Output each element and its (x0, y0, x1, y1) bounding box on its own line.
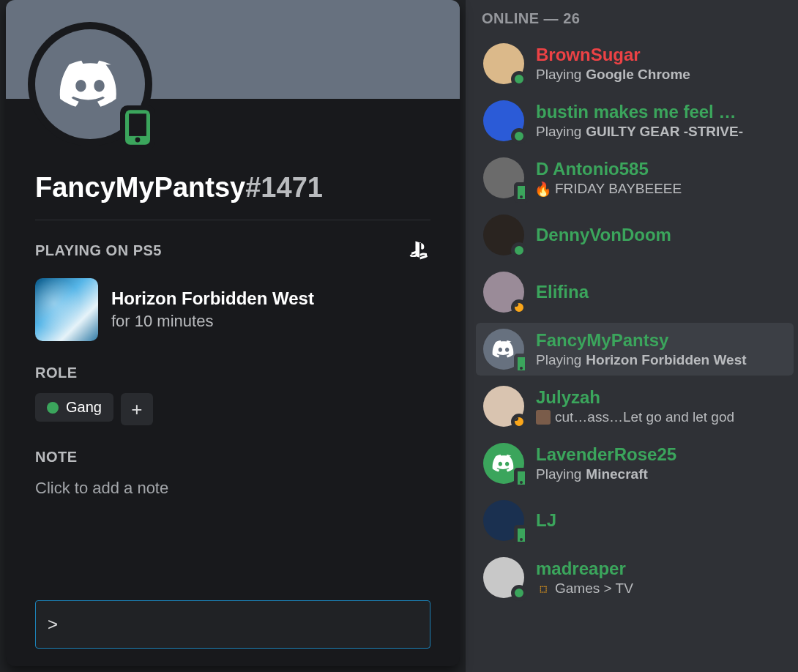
wasd-icon: ⬚ (536, 581, 551, 596)
role-header: ROLE (35, 365, 430, 381)
role-chip[interactable]: Gang (35, 393, 113, 422)
status-indicator (514, 468, 529, 488)
member-avatar (483, 500, 524, 541)
status-indicator (514, 354, 529, 374)
member-avatar (483, 386, 524, 427)
member-name: bustin makes me feel … (536, 102, 786, 122)
member-avatar (483, 157, 524, 198)
thumbnail-icon (536, 410, 551, 425)
member-name: DennyVonDoom (536, 225, 786, 245)
status-indicator (511, 242, 527, 258)
member-name: BrownSugar (536, 45, 786, 65)
member-avatar (483, 329, 524, 370)
member-row[interactable]: LavenderRose25Playing Minecraft (476, 437, 794, 490)
member-name: D Antonio585 (536, 159, 786, 179)
game-title: Horizon Forbidden West (111, 288, 314, 309)
member-avatar (483, 557, 524, 598)
role-section: ROLE Gang + (6, 348, 460, 433)
status-indicator (514, 525, 529, 545)
member-row[interactable]: D Antonio585🔥FRIDAY BAYBEEEE (476, 152, 794, 204)
member-row[interactable]: Elifina (476, 266, 794, 318)
mobile-status-icon (120, 105, 155, 149)
add-role-button[interactable]: + (121, 393, 153, 425)
member-row[interactable]: Julyzahcut…ass…Let go and let god (476, 380, 794, 433)
game-artwork (35, 278, 98, 341)
profile-avatar[interactable] (28, 22, 152, 146)
game-duration: for 10 minutes (111, 312, 314, 331)
playstation-icon (406, 236, 430, 265)
member-avatar (483, 43, 524, 84)
member-avatar (483, 443, 524, 484)
activity-section: PLAYING ON PS5 Horizon Forbidden West fo… (6, 220, 460, 348)
member-name: madreaper (536, 559, 786, 579)
note-input[interactable]: Click to add a note (35, 479, 430, 498)
member-activity: 🔥FRIDAY BAYBEEEE (536, 181, 786, 197)
member-row[interactable]: madreaper⬚Games > TV (476, 551, 794, 604)
member-activity: Playing Horizon Forbidden West (536, 352, 786, 368)
note-section: NOTE Click to add a note (6, 433, 460, 505)
status-indicator (511, 414, 527, 430)
member-row[interactable]: BrownSugarPlaying Google Chrome (476, 37, 794, 90)
status-indicator (511, 71, 527, 87)
member-list: ONLINE — 26 BrownSugarPlaying Google Chr… (466, 0, 798, 672)
status-indicator (511, 299, 527, 316)
member-name: Julyzah (536, 387, 786, 408)
member-activity: Playing Minecraft (536, 466, 786, 482)
member-row[interactable]: bustin makes me feel …Playing GUILTY GEA… (476, 94, 794, 147)
member-name: LavenderRose25 (536, 444, 786, 465)
status-indicator (511, 128, 527, 144)
member-row[interactable]: FancyMyPantsyPlaying Horizon Forbidden W… (476, 323, 794, 376)
svg-point-2 (135, 138, 141, 143)
member-row[interactable]: LJ (476, 494, 794, 547)
role-label: Gang (66, 399, 102, 416)
member-activity: ⬚Games > TV (536, 580, 786, 597)
role-color-dot (47, 402, 59, 414)
member-avatar (483, 272, 524, 313)
online-group-header: ONLINE — 26 (476, 7, 798, 37)
note-header: NOTE (35, 449, 430, 466)
username: FancyMyPantsy (35, 172, 245, 204)
svg-rect-1 (129, 113, 146, 136)
member-name: LJ (536, 510, 786, 531)
user-profile-popout: FancyMyPantsy#1471 PLAYING ON PS5 Horizo… (6, 0, 460, 666)
message-input[interactable] (35, 600, 430, 649)
member-row[interactable]: DennyVonDoom (476, 209, 794, 261)
status-indicator (511, 585, 527, 601)
member-activity: cut…ass…Let go and let god (536, 409, 786, 425)
status-indicator (514, 182, 529, 203)
member-activity: Playing Google Chrome (536, 67, 786, 83)
member-name: FancyMyPantsy (536, 330, 786, 351)
member-avatar (483, 214, 524, 255)
fire-icon: 🔥 (536, 182, 551, 196)
member-activity: Playing GUILTY GEAR -STRIVE- (536, 124, 786, 140)
member-name: Elifina (536, 282, 786, 302)
discriminator: #1471 (245, 172, 323, 204)
member-avatar (483, 100, 524, 141)
activity-header: PLAYING ON PS5 (35, 242, 162, 259)
